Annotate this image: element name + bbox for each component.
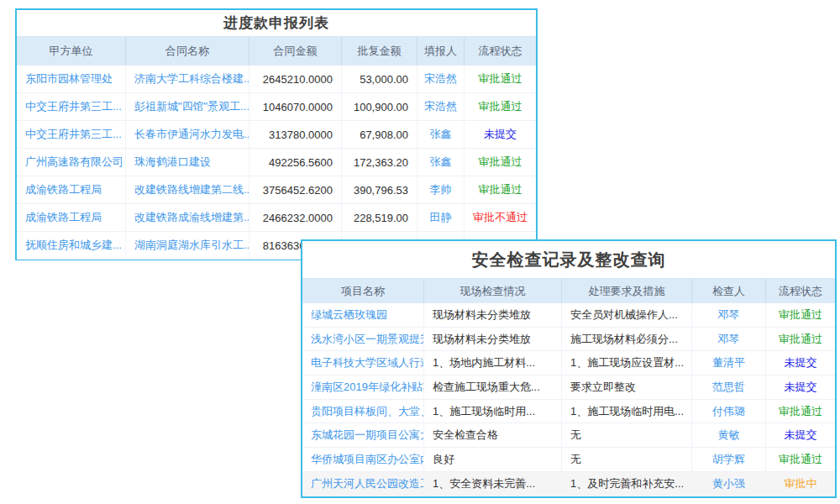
- table-cell: 390,796.53: [342, 176, 417, 203]
- table-cell[interactable]: 董清平: [692, 351, 766, 375]
- table-cell[interactable]: 东城花园一期项目公寓大: [302, 423, 424, 447]
- table-cell: 1、安全资料未完善...: [424, 472, 562, 496]
- table-cell: 67,908.00: [342, 121, 417, 148]
- table-cell[interactable]: 东阳市园林管理处: [17, 66, 126, 92]
- table-cell[interactable]: 中交王府井第三工...: [17, 93, 126, 120]
- table-cell[interactable]: 付伟璐: [692, 400, 766, 423]
- table-cell: 现场材料未分类堆放: [424, 303, 562, 327]
- table-cell[interactable]: 宋浩然: [417, 66, 465, 92]
- status-cell: 审批通过: [465, 93, 536, 120]
- table-cell: 53,000.00: [342, 66, 417, 92]
- table-cell: 施工现场材料必须分...: [562, 328, 692, 351]
- table-row[interactable]: 贵阳项目样板间、大堂、大1、施工现场临时用...1、施工现场临时用电...付伟璐…: [302, 400, 835, 424]
- table-row[interactable]: 华侨城项目南区办公室内良好无胡学辉审批通过: [302, 448, 835, 472]
- table-cell[interactable]: 张鑫: [417, 149, 465, 176]
- table-cell[interactable]: 黄敏: [692, 423, 766, 447]
- table-cell[interactable]: 华侨城项目南区办公室内: [302, 448, 424, 471]
- table-cell[interactable]: 长春市伊通河水力发电...: [126, 121, 249, 148]
- table-cell: 1、场地内施工材料...: [424, 351, 562, 375]
- column-header: 处理要求及措施: [562, 279, 692, 303]
- table-cell: 100,900.00: [342, 93, 417, 120]
- column-header: 项目名称: [302, 279, 424, 303]
- table-cell[interactable]: 彭祖新城"四馆"景观工...: [126, 93, 249, 120]
- status-cell: 审批通过: [465, 149, 536, 176]
- table-cell[interactable]: 田静: [417, 204, 465, 231]
- table-row[interactable]: 电子科技大学区域人行道1、场地内施工材料...1、施工现场应设置材...董清平未…: [302, 351, 835, 375]
- table-cell: 2645210.0000: [249, 66, 342, 92]
- column-header: 填报人: [417, 37, 465, 66]
- status-cell: 审批中: [766, 472, 835, 496]
- table-row[interactable]: 绿城云栖玫瑰园现场材料未分类堆放安全员对机械操作人...邓琴审批通过: [302, 303, 835, 328]
- table-cell: 安全检查合格: [424, 423, 562, 447]
- table-cell: 1046070.0000: [249, 93, 342, 120]
- table-cell[interactable]: 电子科技大学区域人行道: [302, 351, 424, 375]
- table-cell: 313780.0000: [249, 121, 342, 148]
- panel-title: 进度款申报列表: [17, 10, 536, 36]
- table-cell[interactable]: 抚顺住房和城乡建...: [17, 232, 126, 259]
- table-cell: 492256.5600: [249, 149, 342, 176]
- table-row[interactable]: 广州天河人民公园改造工1、安全资料未完善...1、及时完善和补充安...黄小强审…: [302, 472, 835, 496]
- table-cell[interactable]: 广州高速路有限公司: [17, 149, 126, 176]
- table-cell: 1、施工现场临时用...: [424, 400, 562, 423]
- table-cell[interactable]: 邓琴: [692, 328, 766, 351]
- table-cell[interactable]: 成渝铁路工程局: [17, 204, 126, 231]
- table-cell[interactable]: 济南大学工科综合楼建...: [126, 66, 249, 92]
- column-header: 合同名称: [126, 37, 249, 66]
- table-cell[interactable]: 邓琴: [692, 303, 766, 327]
- status-cell: 审批不通过: [465, 204, 536, 231]
- status-cell: 未提交: [465, 121, 536, 148]
- table-cell[interactable]: 湖南洞庭湖水库引水工...: [126, 232, 249, 259]
- table-cell[interactable]: 改建铁路成渝线增建第...: [126, 204, 249, 231]
- table-cell[interactable]: 范思哲: [692, 375, 766, 399]
- table-cell[interactable]: 贵阳项目样板间、大堂、大: [302, 400, 424, 423]
- table-row[interactable]: 中交王府井第三工...彭祖新城"四馆"景观工...1046070.0000100…: [17, 93, 536, 121]
- table-cell[interactable]: 珠海鹤港口建设: [126, 149, 249, 176]
- status-cell: 审批通过: [465, 66, 536, 92]
- table-cell[interactable]: 张鑫: [417, 121, 465, 148]
- column-header: 甲方单位: [17, 37, 126, 66]
- table-cell[interactable]: 绿城云栖玫瑰园: [302, 303, 424, 327]
- status-cell: 未提交: [766, 351, 835, 375]
- status-cell: 审批通过: [766, 328, 835, 351]
- table-cell[interactable]: 中交王府井第三工...: [17, 121, 126, 148]
- panel-title: 安全检查记录及整改查询: [302, 241, 835, 278]
- table-cell: 228,519.00: [342, 204, 417, 231]
- table-cell[interactable]: 广州天河人民公园改造工: [302, 472, 424, 496]
- column-header: 流程状态: [465, 37, 536, 66]
- table-row[interactable]: 成渝铁路工程局改建铁路线增建第二线...3756452.6200390,796.…: [17, 176, 536, 204]
- table-row[interactable]: 东阳市园林管理处济南大学工科综合楼建...2645210.000053,000.…: [17, 66, 536, 93]
- status-cell: 审批通过: [766, 400, 835, 423]
- table-header-row: 甲方单位合同名称合同金额批复金额填报人流程状态: [17, 36, 536, 66]
- table-cell[interactable]: 黄小强: [692, 472, 766, 496]
- table-cell[interactable]: 浅水湾小区一期景观提升: [302, 328, 424, 351]
- table-cell: 现场材料未分类堆放: [424, 328, 562, 351]
- table-cell: 无: [562, 448, 692, 471]
- table-cell: 1、施工现场应设置材...: [562, 351, 692, 375]
- table-row[interactable]: 东城花园一期项目公寓大安全检查合格无黄敏未提交: [302, 423, 835, 448]
- status-cell: 审批通过: [766, 448, 835, 471]
- table-cell[interactable]: 成渝铁路工程局: [17, 176, 126, 203]
- table-cell: 检查施工现场重大危...: [424, 375, 562, 399]
- table-cell: 良好: [424, 448, 562, 471]
- table-cell: 要求立即整改: [562, 375, 692, 399]
- column-header: 现场检查情况: [424, 279, 562, 303]
- table-cell[interactable]: 李帅: [417, 176, 465, 203]
- table-row[interactable]: 潼南区2019年绿化补贴项目检查施工现场重大危...要求立即整改范思哲未提交: [302, 375, 835, 400]
- status-cell: 未提交: [766, 423, 835, 447]
- table-row[interactable]: 浅水湾小区一期景观提升现场材料未分类堆放施工现场材料必须分...邓琴审批通过: [302, 328, 835, 352]
- table-cell: 1、施工现场临时用电...: [562, 400, 692, 423]
- table-cell[interactable]: 潼南区2019年绿化补贴项目: [302, 375, 424, 399]
- table-cell: 无: [562, 423, 692, 447]
- column-header: 合同金额: [249, 37, 342, 66]
- status-cell: 审批通过: [465, 176, 536, 203]
- column-header: 流程状态: [766, 279, 835, 303]
- table-cell[interactable]: 胡学辉: [692, 448, 766, 471]
- table-row[interactable]: 广州高速路有限公司珠海鹤港口建设492256.5600172,363.20张鑫审…: [17, 149, 536, 176]
- table-row[interactable]: 中交王府井第三工...长春市伊通河水力发电...313780.000067,90…: [17, 121, 536, 149]
- table-row[interactable]: 成渝铁路工程局改建铁路成渝线增建第...2466232.0000228,519.…: [17, 204, 536, 232]
- column-header: 批复金额: [342, 37, 417, 66]
- table-cell[interactable]: 改建铁路线增建第二线...: [126, 176, 249, 203]
- progress-payment-panel: 进度款申报列表 甲方单位合同名称合同金额批复金额填报人流程状态 东阳市园林管理处…: [15, 8, 538, 260]
- table-header-row: 项目名称现场检查情况处理要求及措施检查人流程状态: [302, 278, 835, 303]
- table-cell[interactable]: 宋浩然: [417, 93, 465, 120]
